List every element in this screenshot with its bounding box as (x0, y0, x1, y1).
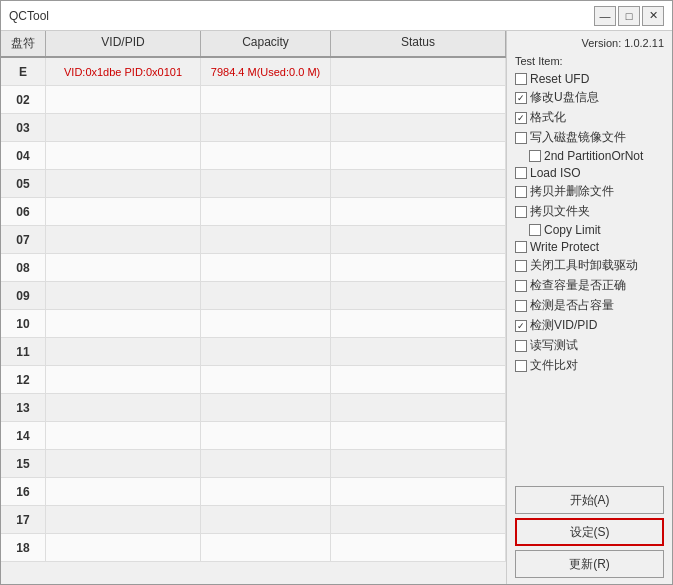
cell-status (331, 310, 506, 337)
cell-status (331, 86, 506, 113)
window-title: QCTool (9, 9, 49, 23)
table-row[interactable]: 02 (1, 86, 506, 114)
checkbox-list: Reset UFD修改U盘信息格式化写入磁盘镜像文件2nd PartitionO… (515, 71, 664, 480)
checkbox-modify_udisk[interactable] (515, 92, 527, 104)
checkbox-copy_folder[interactable] (515, 206, 527, 218)
checkbox-write_protect[interactable] (515, 241, 527, 253)
cell-status (331, 282, 506, 309)
cell-status (331, 394, 506, 421)
checkbox-format[interactable] (515, 112, 527, 124)
checkbox-label-file_compare: 文件比对 (530, 357, 578, 374)
table-row[interactable]: 10 (1, 310, 506, 338)
table-row[interactable]: 15 (1, 450, 506, 478)
cell-status (331, 534, 506, 561)
table-row[interactable]: 16 (1, 478, 506, 506)
cell-capacity: 7984.4 M(Used:0.0 M) (201, 58, 331, 85)
checkbox-item-2nd_partition[interactable]: 2nd PartitionOrNot (515, 148, 664, 164)
checkbox-check_capacity[interactable] (515, 280, 527, 292)
table-row[interactable]: 05 (1, 170, 506, 198)
start-button[interactable]: 开始(A) (515, 486, 664, 514)
cell-vid (46, 86, 201, 113)
cell-disc: E (1, 58, 46, 85)
device-table: 盘符 VID/PID Capacity Status EVID:0x1dbe P… (1, 31, 507, 584)
cell-status (331, 422, 506, 449)
checkbox-item-close_driver[interactable]: 关闭工具时卸载驱动 (515, 256, 664, 275)
cell-capacity (201, 506, 331, 533)
cell-vid (46, 366, 201, 393)
sidebar-buttons: 开始(A) 设定(S) 更新(R) (515, 486, 664, 578)
cell-disc: 09 (1, 282, 46, 309)
checkbox-item-reset_ufd[interactable]: Reset UFD (515, 71, 664, 87)
cell-disc: 05 (1, 170, 46, 197)
cell-capacity (201, 86, 331, 113)
table-row[interactable]: 07 (1, 226, 506, 254)
cell-vid (46, 282, 201, 309)
checkbox-write_image[interactable] (515, 132, 527, 144)
col-header-status: Status (331, 31, 506, 56)
checkbox-item-detect_vid_pid[interactable]: 检测VID/PID (515, 316, 664, 335)
table-row[interactable]: 04 (1, 142, 506, 170)
checkbox-item-read_write_test[interactable]: 读写测试 (515, 336, 664, 355)
table-row[interactable]: 12 (1, 366, 506, 394)
col-header-capacity: Capacity (201, 31, 331, 56)
table-row[interactable]: 03 (1, 114, 506, 142)
table-row[interactable]: 13 (1, 394, 506, 422)
checkbox-item-copy_folder[interactable]: 拷贝文件夹 (515, 202, 664, 221)
cell-status (331, 506, 506, 533)
table-row[interactable]: 08 (1, 254, 506, 282)
checkbox-file_compare[interactable] (515, 360, 527, 372)
cell-capacity (201, 114, 331, 141)
cell-vid (46, 450, 201, 477)
checkbox-item-write_image[interactable]: 写入磁盘镜像文件 (515, 128, 664, 147)
cell-vid (46, 310, 201, 337)
checkbox-item-copy_limit[interactable]: Copy Limit (515, 222, 664, 238)
checkbox-detect_vid_pid[interactable] (515, 320, 527, 332)
checkbox-copy_delete[interactable] (515, 186, 527, 198)
cell-capacity (201, 534, 331, 561)
cell-status (331, 198, 506, 225)
minimize-button[interactable]: — (594, 6, 616, 26)
cell-disc: 13 (1, 394, 46, 421)
cell-disc: 04 (1, 142, 46, 169)
cell-vid (46, 338, 201, 365)
cell-vid (46, 478, 201, 505)
checkbox-item-copy_delete[interactable]: 拷贝并删除文件 (515, 182, 664, 201)
checkbox-item-modify_udisk[interactable]: 修改U盘信息 (515, 88, 664, 107)
cell-disc: 07 (1, 226, 46, 253)
cell-disc: 11 (1, 338, 46, 365)
checkbox-item-check_capacity[interactable]: 检查容量是否正确 (515, 276, 664, 295)
checkbox-item-load_iso[interactable]: Load ISO (515, 165, 664, 181)
table-row[interactable]: 11 (1, 338, 506, 366)
cell-disc: 17 (1, 506, 46, 533)
checkbox-label-check_capacity: 检查容量是否正确 (530, 277, 626, 294)
checkbox-read_write_test[interactable] (515, 340, 527, 352)
cell-capacity (201, 310, 331, 337)
table-row[interactable]: 17 (1, 506, 506, 534)
cell-disc: 06 (1, 198, 46, 225)
checkbox-close_driver[interactable] (515, 260, 527, 272)
checkbox-copy_limit[interactable] (529, 224, 541, 236)
maximize-button[interactable]: □ (618, 6, 640, 26)
checkbox-reset_ufd[interactable] (515, 73, 527, 85)
checkbox-load_iso[interactable] (515, 167, 527, 179)
cell-disc: 18 (1, 534, 46, 561)
checkbox-item-file_compare[interactable]: 文件比对 (515, 356, 664, 375)
checkbox-item-detect_capacity[interactable]: 检测是否占容量 (515, 296, 664, 315)
table-row[interactable]: 06 (1, 198, 506, 226)
col-header-disc: 盘符 (1, 31, 46, 56)
table-row[interactable]: 14 (1, 422, 506, 450)
settings-button[interactable]: 设定(S) (515, 518, 664, 546)
table-row[interactable]: 18 (1, 534, 506, 562)
close-button[interactable]: ✕ (642, 6, 664, 26)
checkbox-detect_capacity[interactable] (515, 300, 527, 312)
table-row[interactable]: EVID:0x1dbe PID:0x01017984.4 M(Used:0.0 … (1, 58, 506, 86)
checkbox-item-format[interactable]: 格式化 (515, 108, 664, 127)
checkbox-label-load_iso: Load ISO (530, 166, 581, 180)
col-header-vid: VID/PID (46, 31, 201, 56)
table-row[interactable]: 09 (1, 282, 506, 310)
update-button[interactable]: 更新(R) (515, 550, 664, 578)
checkbox-2nd_partition[interactable] (529, 150, 541, 162)
checkbox-item-write_protect[interactable]: Write Protect (515, 239, 664, 255)
cell-vid (46, 142, 201, 169)
cell-status (331, 478, 506, 505)
